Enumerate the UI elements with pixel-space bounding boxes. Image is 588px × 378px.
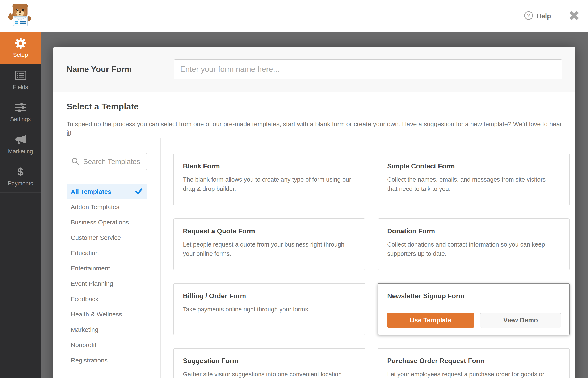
help-label: Help — [536, 12, 551, 20]
template-card-newsletter-signup-form[interactable]: Newsletter Signup Form Use Template View… — [378, 283, 570, 335]
template-card-suggestion-form[interactable]: Suggestion Form Gather site visitor sugg… — [173, 348, 365, 378]
category-item-nonprofit[interactable]: Nonprofit — [67, 337, 147, 352]
category-item-registrations[interactable]: Registrations — [67, 352, 147, 368]
fields-icon — [15, 70, 27, 81]
template-title: Donation Form — [387, 227, 560, 235]
use-template-button[interactable]: Use Template — [387, 313, 474, 328]
search-icon — [71, 157, 79, 166]
close-icon — [568, 10, 580, 22]
template-card-blank-form[interactable]: Blank Form The blank form allows you to … — [173, 153, 365, 205]
sidebar-item-label: Setup — [13, 52, 28, 58]
top-header: ? Help — [0, 0, 588, 32]
setup-panel: Name Your Form Select a Template To spee… — [53, 47, 575, 378]
category-item-all-templates[interactable]: All Templates — [67, 184, 147, 199]
template-description: The blank form allows you to create any … — [183, 175, 356, 193]
select-template-description: To speed up the process you can select f… — [67, 120, 562, 137]
template-title: Request a Quote Form — [183, 227, 356, 235]
sidebar-item-label: Fields — [13, 84, 28, 91]
builder-sidebar: Setup Fields — [0, 32, 41, 378]
template-description: Collect the names, emails, and messages … — [387, 175, 560, 193]
question-circle-icon: ? — [524, 11, 533, 21]
category-item-entertainment[interactable]: Entertainment — [67, 261, 147, 276]
close-button[interactable] — [560, 0, 588, 32]
sidebar-item-label: Payments — [8, 180, 33, 187]
category-item-marketing[interactable]: Marketing — [67, 322, 147, 337]
template-description: Gather site visitor suggestions into one… — [183, 370, 356, 378]
sidebar-item-fields[interactable]: Fields — [0, 64, 41, 96]
sidebar-item-setup[interactable]: Setup — [0, 32, 41, 64]
help-button[interactable]: ? Help — [524, 0, 551, 32]
sidebar-item-label: Marketing — [8, 148, 33, 155]
form-name-input[interactable] — [174, 59, 562, 79]
megaphone-icon — [15, 134, 27, 145]
template-description: Collect donations and contact informatio… — [387, 240, 560, 258]
create-your-own-link[interactable]: create your own — [354, 121, 398, 127]
search-input[interactable] — [83, 157, 143, 166]
sidebar-item-settings[interactable]: Settings — [0, 96, 41, 128]
template-description: Let your employees request a purchase or… — [387, 370, 560, 378]
category-item-business-operations[interactable]: Business Operations — [67, 215, 147, 230]
sliders-icon — [15, 102, 27, 113]
template-title: Simple Contact Form — [387, 162, 560, 170]
category-label: Addon Templates — [71, 203, 119, 211]
view-demo-button[interactable]: View Demo — [480, 313, 561, 328]
template-card-billing-order-form[interactable]: Billing / Order Form Take payments onlin… — [173, 283, 365, 335]
template-title: Newsletter Signup Form — [387, 292, 560, 300]
template-description: Let people request a quote from your bus… — [183, 240, 356, 258]
template-card-grid: Blank Form The blank form allows you to … — [173, 153, 570, 378]
category-label: Business Operations — [71, 219, 129, 226]
horizontal-divider — [67, 137, 562, 138]
category-item-education[interactable]: Education — [67, 245, 147, 261]
category-list: All Templates Addon Templates Business O… — [67, 184, 147, 368]
category-item-addon-templates[interactable]: Addon Templates — [67, 199, 147, 215]
template-card-purchase-order-request-form[interactable]: Purchase Order Request Form Let your emp… — [378, 348, 570, 378]
vertical-divider — [160, 137, 161, 378]
sidebar-item-payments[interactable]: $ Payments — [0, 161, 41, 193]
category-label: Marketing — [71, 326, 98, 333]
category-label: Registrations — [71, 357, 107, 364]
category-label: Event Planning — [71, 280, 113, 287]
select-template-title: Select a Template — [67, 102, 139, 111]
wpforms-bear-logo — [7, 3, 34, 29]
blank-form-link[interactable]: blank form — [315, 121, 345, 127]
description-text: . Have a suggestion for a new template? — [399, 121, 513, 127]
category-label: Entertainment — [71, 265, 110, 272]
category-label: Nonprofit — [71, 341, 96, 349]
svg-text:?: ? — [527, 13, 530, 18]
category-label: Health & Wellness — [71, 311, 122, 318]
form-name-label: Name Your Form — [67, 47, 132, 92]
category-label: Education — [71, 249, 99, 256]
check-icon — [135, 187, 143, 196]
category-item-feedback[interactable]: Feedback — [67, 291, 147, 307]
template-card-actions: Use Template View Demo — [387, 313, 561, 328]
category-item-event-planning[interactable]: Event Planning — [67, 276, 147, 291]
logo-cell — [0, 0, 41, 32]
category-label: Customer Service — [71, 234, 121, 241]
description-text: or — [345, 121, 354, 127]
sidebar-item-marketing[interactable]: Marketing — [0, 128, 41, 161]
category-item-health-wellness[interactable]: Health & Wellness — [67, 307, 147, 322]
template-title: Suggestion Form — [183, 357, 356, 365]
template-title: Purchase Order Request Form — [387, 357, 560, 365]
description-text: To speed up the process you can select f… — [67, 121, 315, 127]
gear-icon — [15, 38, 26, 49]
template-card-request-a-quote-form[interactable]: Request a Quote Form Let people request … — [173, 218, 365, 270]
template-description: Take payments online right through your … — [183, 305, 356, 314]
category-label: All Templates — [71, 188, 111, 195]
template-card-simple-contact-form[interactable]: Simple Contact Form Collect the names, e… — [378, 153, 570, 205]
category-item-customer-service[interactable]: Customer Service — [67, 230, 147, 245]
template-card-donation-form[interactable]: Donation Form Collect donations and cont… — [378, 218, 570, 270]
template-search — [67, 153, 147, 170]
description-text: ! — [70, 129, 71, 136]
template-title: Blank Form — [183, 162, 356, 170]
template-title: Billing / Order Form — [183, 292, 356, 300]
form-name-section: Name Your Form — [53, 47, 575, 92]
category-label: Feedback — [71, 296, 98, 303]
sidebar-item-label: Settings — [10, 116, 31, 123]
dollar-icon: $ — [17, 166, 24, 177]
